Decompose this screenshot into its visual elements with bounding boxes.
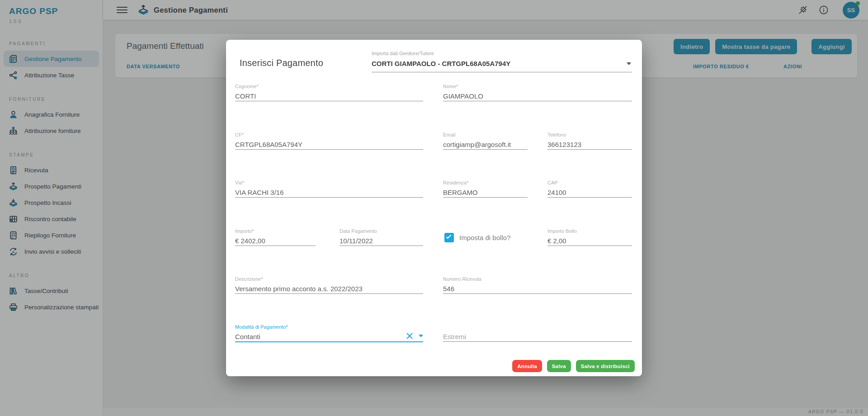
nome-field[interactable]: Nome* GIAMPAOLO xyxy=(443,84,632,101)
field-label: Modalità di Pagamento* xyxy=(235,324,423,330)
field-value: 10/11/2022 xyxy=(340,237,423,246)
annulla-button[interactable]: Annulla xyxy=(512,360,542,372)
importa-dati-select[interactable]: Importa dati Genitore/Tutore CORTI GIAMP… xyxy=(372,51,632,72)
inserisci-pagamento-modal: Inserisci Pagamento Importa dati Genitor… xyxy=(226,40,642,376)
importo-field[interactable]: Importo* € 2402,00 xyxy=(235,228,316,246)
modal-title: Inserisci Pagamento xyxy=(240,58,323,68)
field-value: € 2402,00 xyxy=(235,237,316,246)
numero-ricevuta-field[interactable]: Numero Ricevuta 546 xyxy=(443,276,632,294)
data-pagamento-field[interactable]: Data Pagamento 10/11/2022 xyxy=(340,228,423,246)
field-label: CAP xyxy=(547,180,632,186)
check-icon xyxy=(446,234,451,239)
field-value: GIAMPAOLO xyxy=(443,92,632,101)
estremi-field[interactable]: Estremi xyxy=(443,333,632,342)
field-value: € 2,00 xyxy=(547,237,632,246)
field-label: Telefono xyxy=(547,132,632,138)
field-label: Descrizione* xyxy=(235,276,423,282)
field-label: CF* xyxy=(235,132,423,138)
field-label: Residenza* xyxy=(443,180,528,186)
modalita-pagamento-field[interactable]: Modalità di Pagamento* Contanti xyxy=(235,324,423,342)
field-value: CORTI xyxy=(235,92,423,101)
cf-field[interactable]: CF* CRTGPL68A05A794Y xyxy=(235,132,423,150)
email-field[interactable]: Email cortigiamp@argosoft.it xyxy=(443,132,528,150)
field-label: Email xyxy=(443,132,528,138)
field-value: CRTGPL68A05A794Y xyxy=(235,141,423,149)
salva-e-distribuisci-button[interactable]: Salva e distribuisci xyxy=(576,360,635,372)
chevron-down-icon[interactable] xyxy=(627,62,631,65)
field-value: 24100 xyxy=(547,189,632,197)
field-label: Importo Bollo xyxy=(547,228,632,234)
salva-button[interactable]: Salva xyxy=(547,360,571,372)
via-field[interactable]: Via* VIA RACHI 3/16 xyxy=(235,180,423,198)
clear-icon[interactable] xyxy=(406,332,413,340)
field-value: Contanti xyxy=(235,333,423,341)
telefono-field[interactable]: Telefono 366123123 xyxy=(547,132,632,150)
cap-field[interactable]: CAP 24100 xyxy=(547,180,632,198)
imposta-bollo-label[interactable]: Imposta di bollo? xyxy=(459,234,510,241)
descrizione-field[interactable]: Descrizione* Versamento primo acconto a.… xyxy=(235,276,423,294)
field-value: Versamento primo acconto a.s. 2022/2023 xyxy=(235,285,423,293)
field-placeholder: Estremi xyxy=(443,333,632,341)
residenza-field[interactable]: Residenza* BERGAMO xyxy=(443,180,528,198)
cognome-field[interactable]: Cognome* CORTI xyxy=(235,84,423,101)
field-value: VIA RACHI 3/16 xyxy=(235,189,423,197)
field-value: 546 xyxy=(443,285,632,293)
field-value: cortigiamp@argosoft.it xyxy=(443,141,528,149)
importo-bollo-field[interactable]: Importo Bollo € 2,00 xyxy=(547,228,632,246)
field-label: Numero Ricevuta xyxy=(443,276,632,282)
field-label: Cognome* xyxy=(235,84,423,90)
field-label: Nome* xyxy=(443,84,632,90)
field-value: 366123123 xyxy=(547,141,632,149)
field-label: Data Pagamento xyxy=(340,228,423,234)
select-value: CORTI GIAMPAOLO - CRTGPL68A05A794Y xyxy=(372,60,510,67)
field-label: Importo* xyxy=(235,228,316,234)
select-label: Importa dati Genitore/Tutore xyxy=(372,51,632,57)
chevron-down-icon[interactable] xyxy=(419,335,423,337)
field-label: Via* xyxy=(235,180,423,186)
field-value: BERGAMO xyxy=(443,189,528,197)
imposta-bollo-checkbox[interactable] xyxy=(444,233,454,242)
